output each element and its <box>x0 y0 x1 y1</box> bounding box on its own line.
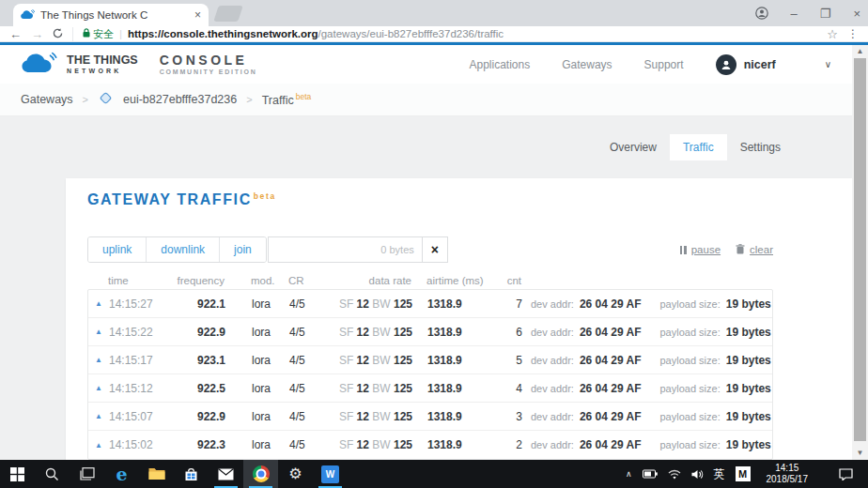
gateway-icon <box>98 90 114 109</box>
address-field[interactable]: 安全 | https://console.thethingsnetwork.or… <box>72 27 838 41</box>
browser-profile-icon[interactable] <box>755 7 768 20</box>
bw-value: 125 <box>394 354 412 367</box>
ime-language-indicator[interactable]: 英 <box>714 466 725 482</box>
nav-support[interactable]: Support <box>644 58 684 71</box>
page-title-text: GATEWAY TRAFFIC <box>87 191 252 207</box>
url-path: /gateways/eui-b827ebfffe37d236/traffic <box>318 28 504 39</box>
tab-close-icon[interactable]: × <box>194 8 201 22</box>
breadcrumb-gateways[interactable]: Gateways <box>21 93 73 106</box>
settings-button[interactable]: ⚙ <box>278 460 313 488</box>
mail-button[interactable] <box>209 460 243 488</box>
page-scrollbar[interactable]: ▲ ▼ <box>852 45 868 460</box>
browser-menu-dots-icon[interactable]: ⋮ <box>847 27 859 40</box>
cell-cnt: 3 <box>470 410 522 423</box>
ime-mode-icon[interactable]: M <box>736 466 751 481</box>
battery-icon[interactable] <box>643 469 658 479</box>
maximize-button[interactable]: ❐ <box>820 8 831 20</box>
bw-value: 125 <box>394 326 412 339</box>
dev-addr-label: dev addr: <box>531 411 574 422</box>
bw-label: BW <box>372 326 390 339</box>
edge-button[interactable]: e <box>104 460 139 488</box>
mail-icon <box>218 468 234 480</box>
breadcrumb-gateway-id[interactable]: eui-b827ebfffe37d236 <box>123 93 237 106</box>
minimize-button[interactable]: – <box>791 8 798 20</box>
sf-value: 12 <box>357 438 369 451</box>
filter-input[interactable] <box>268 236 422 263</box>
tray-chevron-up-icon[interactable]: ∧ <box>626 469 632 479</box>
secure-indicator[interactable]: 安全 <box>83 27 114 41</box>
table-row[interactable]: ▲ 14:15:27 922.1 lora 4/5 SF 12 BW 125 1… <box>88 290 772 318</box>
tab-overview[interactable]: Overview <box>597 134 670 160</box>
sf-label: SF <box>339 297 353 311</box>
payload-size-value: 19 bytes <box>726 297 771 311</box>
tab-settings[interactable]: Settings <box>727 134 794 160</box>
cell-cr: 4/5 <box>289 326 323 339</box>
close-button[interactable]: × <box>853 8 860 20</box>
clear-label: clear <box>750 244 773 255</box>
w-app-button[interactable]: W <box>313 460 348 488</box>
browser-tabstrip: The Things Network C × – ❐ × <box>0 0 868 26</box>
filter-downlink-button[interactable]: downlink <box>146 237 219 262</box>
nav-gateways[interactable]: Gateways <box>562 58 612 71</box>
user-menu[interactable]: nicerf <box>716 54 776 75</box>
table-row[interactable]: ▲ 14:15:22 922.9 lora 4/5 SF 12 BW 125 1… <box>88 318 772 346</box>
top-nav: Applications Gateways Support nicerf ∨ <box>470 54 831 75</box>
search-icon <box>45 467 59 481</box>
col-frequency: frequency <box>163 275 225 286</box>
new-tab-button[interactable] <box>213 6 243 22</box>
uplink-arrow-icon: ▲ <box>88 412 109 420</box>
tab-traffic[interactable]: Traffic <box>670 134 727 160</box>
cell-airtime: 1318.9 <box>412 326 470 339</box>
table-row[interactable]: ▲ 14:15:07 922.9 lora 4/5 SF 12 BW 125 1… <box>88 403 772 431</box>
table-row[interactable]: ▲ 14:15:02 922.3 lora 4/5 SF 12 BW 125 1… <box>88 431 772 459</box>
action-center-icon[interactable] <box>824 468 862 480</box>
chevron-down-icon[interactable]: ∨ <box>825 59 831 69</box>
taskbar-search-button[interactable] <box>35 460 70 488</box>
screen: The Things Network C × – ❐ × ← → 安全 <box>0 0 868 488</box>
scrollbar-down-arrow[interactable]: ▼ <box>852 447 868 460</box>
bookmark-star-icon[interactable]: ☆ <box>827 27 838 41</box>
start-button[interactable] <box>0 460 35 488</box>
bw-label: BW <box>372 410 390 423</box>
scrollbar-up-arrow[interactable]: ▲ <box>852 45 868 58</box>
back-icon[interactable]: ← <box>9 28 22 40</box>
uplink-arrow-icon: ▲ <box>88 328 109 336</box>
table-row[interactable]: ▲ 14:15:17 923.1 lora 4/5 SF 12 BW 125 1… <box>88 346 772 374</box>
forward-icon[interactable]: → <box>31 28 43 40</box>
pause-button[interactable]: pause <box>680 244 721 255</box>
table-row[interactable]: ▲ 14:15:12 922.5 lora 4/5 SF 12 BW 125 1… <box>88 374 772 403</box>
chrome-button[interactable] <box>243 460 278 488</box>
uplink-arrow-icon: ▲ <box>88 384 109 392</box>
uplink-arrow-icon: ▲ <box>88 299 109 308</box>
refresh-icon[interactable] <box>53 28 63 40</box>
sf-value: 12 <box>357 326 369 339</box>
traffic-controls: uplink downlink join × pause <box>87 236 773 263</box>
omnibox-divider: | <box>119 28 122 39</box>
scrollbar-thumb[interactable] <box>854 58 866 441</box>
volume-icon[interactable] <box>691 469 704 480</box>
cell-data-rate: SF 12 BW 125 <box>323 297 412 311</box>
breadcrumb-traffic[interactable]: Trafficbeta <box>262 92 312 107</box>
browser-tab[interactable]: The Things Network C × <box>13 4 209 26</box>
cell-time: 14:15:22 <box>109 326 163 339</box>
table-body: ▲ 14:15:27 922.1 lora 4/5 SF 12 BW 125 1… <box>87 289 773 460</box>
clear-button[interactable]: clear <box>736 244 773 256</box>
wifi-icon[interactable] <box>668 469 681 480</box>
payload-size-label: payload size: <box>659 383 720 394</box>
taskbar-clock[interactable]: 14:15 2018/5/17 <box>761 463 814 486</box>
nav-applications[interactable]: Applications <box>470 58 531 71</box>
store-button[interactable] <box>174 460 209 488</box>
file-explorer-button[interactable] <box>139 460 174 488</box>
filter-uplink-button[interactable]: uplink <box>88 237 146 262</box>
cell-airtime: 1318.9 <box>412 382 470 395</box>
traffic-table: time frequency mod. CR data rate airtime… <box>87 272 773 460</box>
bw-value: 125 <box>394 297 412 311</box>
bw-value: 125 <box>394 410 412 423</box>
clear-filter-button[interactable]: × <box>422 236 448 263</box>
table-header: time frequency mod. CR data rate airtime… <box>87 272 773 289</box>
ttn-logo[interactable]: THE THINGS NETWORK CONSOLE COMMUNITY EDI… <box>21 52 257 78</box>
task-view-button[interactable] <box>70 460 104 488</box>
filter-join-button[interactable]: join <box>219 237 266 262</box>
sf-value: 12 <box>357 410 369 423</box>
beta-badge: beta <box>254 191 276 201</box>
